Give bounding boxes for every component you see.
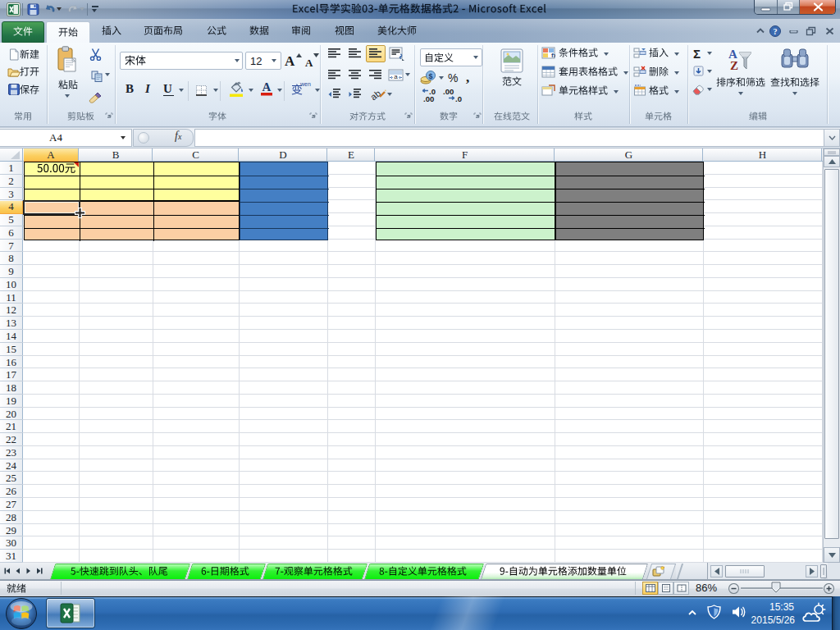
svg-text:Z: Z [730,59,738,71]
svg-text:.0: .0 [455,94,462,103]
svg-text:a: a [394,73,398,80]
svg-text:.00: .00 [423,94,434,103]
svg-text:.00: .00 [443,88,454,96]
svg-text:A: A [262,80,272,94]
svg-text:?: ? [774,27,778,36]
svg-text:fx: fx [551,52,555,59]
svg-text:$: $ [428,72,432,80]
